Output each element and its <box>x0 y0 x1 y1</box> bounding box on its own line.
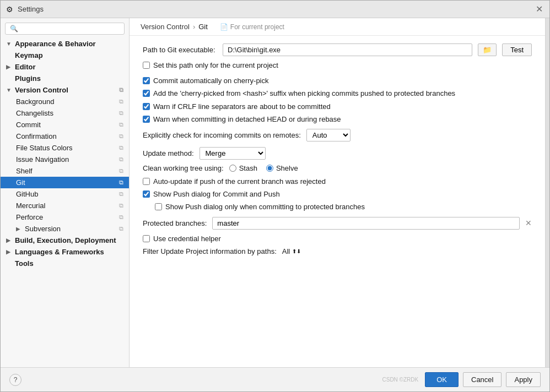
sidebar-item-subversion[interactable]: Subversion ⧉ <box>1 223 129 235</box>
filter-dropdown[interactable]: All ⬆⬇ <box>282 247 301 255</box>
show-push-protected-checkbox[interactable] <box>155 203 162 210</box>
arrow-icon <box>6 64 13 70</box>
protected-branches-input[interactable] <box>212 217 520 230</box>
title-bar-left: ⚙ Settings <box>6 5 44 14</box>
sidebar-item-appearance-behavior[interactable]: Appearance & Behavior <box>1 38 129 50</box>
sidebar-item-editor[interactable]: Editor <box>1 61 129 73</box>
test-button[interactable]: Test <box>502 43 532 56</box>
search-input[interactable] <box>5 23 125 35</box>
help-button[interactable]: ? <box>9 374 21 386</box>
copy-icon: ⧉ <box>119 179 123 186</box>
filter-label: Filter Update Project information by pat… <box>143 247 277 255</box>
sidebar: Appearance & Behavior Keymap Editor Plug… <box>1 18 130 367</box>
settings-window: ⚙ Settings ✕ Appearance & Behavior Keyma… <box>0 0 550 392</box>
browse-button[interactable]: 📁 <box>478 43 497 56</box>
radio-group: Stash Shelve <box>229 164 298 172</box>
sidebar-item-perforce[interactable]: Perforce ⧉ <box>1 211 129 223</box>
arrow-icon <box>6 87 13 93</box>
update-method-row: Update method: Merge Rebase Branch Defau… <box>143 147 532 160</box>
breadcrumb-part1: Version Control <box>141 23 190 31</box>
crlf-warn-label: Warn if CRLF line separators are about t… <box>153 102 331 112</box>
sidebar-item-issue-navigation[interactable]: Issue Navigation ⧉ <box>1 154 129 165</box>
shelve-radio[interactable] <box>266 165 273 172</box>
incoming-commits-dropdown[interactable]: Auto Always Never <box>306 129 351 141</box>
show-push-checkbox[interactable] <box>143 190 150 198</box>
update-method-dropdown[interactable]: Merge Rebase Branch Default <box>199 147 266 160</box>
path-row: Path to Git executable: 📁 Test <box>143 43 532 56</box>
stash-label: Stash <box>239 164 257 172</box>
sidebar-item-languages-frameworks[interactable]: Languages & Frameworks <box>1 246 129 258</box>
copy-icon: ⧉ <box>119 214 123 221</box>
arrow-icon <box>6 237 13 243</box>
clean-tree-label: Clean working tree using: <box>143 164 224 172</box>
filter-dropdown-icon: ⬆⬇ <box>292 248 301 254</box>
breadcrumb: Version Control › Git 📄 For current proj… <box>130 18 545 36</box>
cherry-pick-row: Commit automatically on cherry-pick <box>143 76 532 86</box>
copy-icon: ⧉ <box>119 225 123 232</box>
credential-row: Use credential helper <box>143 234 532 244</box>
sidebar-item-github[interactable]: GitHub ⧉ <box>1 188 129 200</box>
sidebar-item-git[interactable]: Git ⧉ <box>1 177 129 188</box>
bottom-left: ? <box>9 374 21 386</box>
sidebar-item-background[interactable]: Background ⧉ <box>1 96 129 107</box>
sidebar-item-version-control[interactable]: Version Control ⧉ <box>1 84 129 96</box>
bottom-bar: ? CSDN ©ZRDK OK Cancel Apply <box>1 367 549 391</box>
cherry-pick-suffix-row: Add the 'cherry-picked from <hash>' suff… <box>143 89 532 99</box>
window-title: Settings <box>18 5 44 13</box>
app-icon: ⚙ <box>6 5 13 14</box>
arrow-icon <box>16 226 23 232</box>
sidebar-item-changelists[interactable]: Changelists ⧉ <box>1 107 129 119</box>
main-layout: Appearance & Behavior Keymap Editor Plug… <box>1 18 549 367</box>
update-method-label: Update method: <box>143 149 194 157</box>
incoming-commits-label: Explicitly check for incoming commits on… <box>143 131 301 139</box>
cancel-button[interactable]: Cancel <box>463 372 502 387</box>
sidebar-item-tools[interactable]: Tools <box>1 258 129 269</box>
sidebar-label: Commit <box>16 121 41 129</box>
ok-button[interactable]: OK <box>425 372 459 387</box>
crlf-warn-row: Warn if CRLF line separators are about t… <box>143 102 532 112</box>
crlf-warn-checkbox[interactable] <box>143 103 150 110</box>
sidebar-item-mercurial[interactable]: Mercurial ⧉ <box>1 200 129 211</box>
sidebar-item-file-status-colors[interactable]: File Status Colors ⧉ <box>1 142 129 154</box>
title-bar: ⚙ Settings ✕ <box>1 1 549 18</box>
sidebar-item-keymap[interactable]: Keymap <box>1 50 129 61</box>
cherry-pick-suffix-checkbox[interactable] <box>143 90 150 97</box>
sidebar-item-build-execution[interactable]: Build, Execution, Deployment <box>1 235 129 246</box>
cherry-pick-checkbox[interactable] <box>143 77 150 84</box>
path-input[interactable] <box>223 43 472 56</box>
apply-button[interactable]: Apply <box>506 372 541 387</box>
detached-head-label: Warn when committing in detached HEAD or… <box>153 115 341 124</box>
sidebar-label: Editor <box>15 63 36 71</box>
stash-radio[interactable] <box>229 165 236 172</box>
sidebar-tree: Appearance & Behavior Keymap Editor Plug… <box>1 37 129 367</box>
copy-icon: ⧉ <box>119 190 123 198</box>
copy-icon: ⧉ <box>119 98 123 105</box>
clean-tree-row: Clean working tree using: Stash Shelve <box>143 164 532 172</box>
close-button[interactable]: ✕ <box>535 5 544 14</box>
sidebar-item-plugins[interactable]: Plugins <box>1 73 129 84</box>
sidebar-item-shelf[interactable]: Shelf ⧉ <box>1 165 129 177</box>
set-path-checkbox[interactable] <box>143 62 150 69</box>
auto-update-checkbox[interactable] <box>143 178 150 185</box>
set-path-label: Set this path only for the current proje… <box>153 61 278 70</box>
detached-head-checkbox[interactable] <box>143 116 150 123</box>
stash-radio-row: Stash <box>229 164 257 172</box>
arrow-icon <box>6 41 13 47</box>
for-current-project: 📄 For current project <box>220 23 284 31</box>
copy-icon: ⧉ <box>119 202 123 209</box>
copy-icon: ⧉ <box>119 133 123 140</box>
filter-row: Filter Update Project information by pat… <box>143 247 532 255</box>
clear-protected-icon[interactable]: ✕ <box>525 219 532 227</box>
sidebar-item-confirmation[interactable]: Confirmation ⧉ <box>1 130 129 142</box>
protected-branches-row: Protected branches: ✕ <box>143 217 532 230</box>
sidebar-label: Issue Navigation <box>16 155 69 164</box>
set-path-row: Set this path only for the current proje… <box>143 61 532 70</box>
credential-checkbox[interactable] <box>143 235 150 242</box>
copy-icon: ⧉ <box>119 110 123 117</box>
cherry-pick-suffix-label: Add the 'cherry-picked from <hash>' suff… <box>153 89 455 99</box>
search-box <box>5 23 125 35</box>
sidebar-label: Plugins <box>15 74 41 83</box>
sidebar-item-commit[interactable]: Commit ⧉ <box>1 119 129 130</box>
sidebar-label: Tools <box>15 259 34 268</box>
show-push-protected-label: Show Push dialog only when committing to… <box>165 202 365 212</box>
